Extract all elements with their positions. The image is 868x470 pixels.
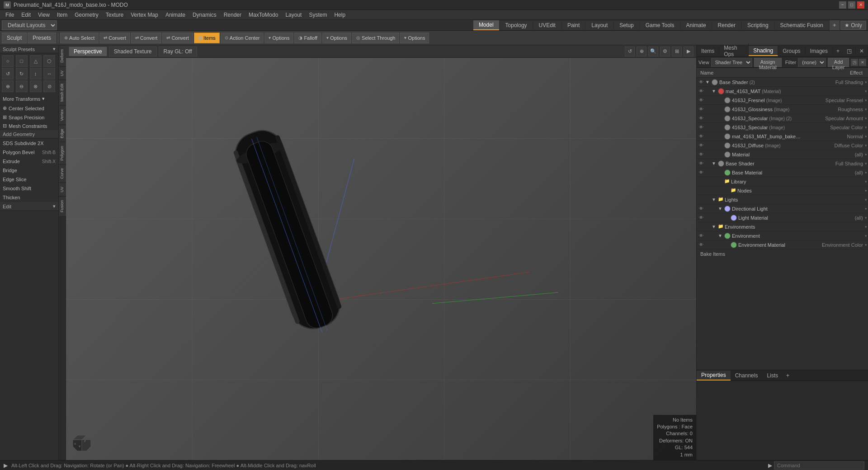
- center-selected-button[interactable]: ⊕Center Selected: [0, 103, 58, 113]
- right-bottom-tab-lists[interactable]: Lists: [762, 371, 783, 380]
- layout-tab-render[interactable]: Render: [712, 21, 741, 30]
- vp-ctrl-0[interactable]: ↺: [625, 47, 635, 56]
- menu-item-dynamics[interactable]: Dynamics: [189, 11, 220, 19]
- menu-item-vertex-map[interactable]: Vertex Map: [127, 11, 162, 19]
- menu-item-edit[interactable]: Edit: [18, 11, 34, 19]
- right-tab-mesh-ops[interactable]: Mesh Ops: [719, 43, 749, 59]
- snaps-precision-button[interactable]: ⊞Snaps Precision: [0, 113, 58, 122]
- right-bottom-tab-properties[interactable]: Properties: [697, 371, 731, 381]
- right-tab-plus[interactable]: +: [833, 47, 843, 56]
- side-tab-uv[interactable]: UV: [59, 66, 66, 80]
- shader-row-3[interactable]: 👁4163J_Glossiness (Image)Roughness▾: [697, 105, 868, 114]
- edit-arrow[interactable]: ▾: [53, 203, 56, 209]
- layout-tab-paint[interactable]: Paint: [562, 21, 585, 30]
- tree-arrow-0[interactable]: ▾: [865, 80, 867, 85]
- menu-item-render[interactable]: Render: [220, 11, 245, 19]
- tree-arrow-2[interactable]: ▾: [865, 98, 867, 103]
- icon-tool-1[interactable]: □: [16, 55, 28, 67]
- shader-row-0[interactable]: 👁▼Base Shader (2)Full Shading▾: [697, 78, 868, 87]
- default-layouts-dropdown[interactable]: Default Layouts: [2, 20, 57, 30]
- visibility-toggle-14[interactable]: 👁: [698, 205, 705, 212]
- right-tab-images[interactable]: Images: [806, 47, 833, 56]
- tool-btn-select-through-9[interactable]: ◎Select Through: [352, 33, 399, 43]
- tree-arrow-10[interactable]: ▾: [865, 170, 867, 175]
- tool-btn-action-center-5[interactable]: ⊙Action Center: [221, 33, 264, 43]
- bake-items[interactable]: Bake Items: [697, 249, 868, 258]
- layout-tab-plus[interactable]: +: [830, 20, 840, 30]
- shader-row-17[interactable]: 👁▼Environment▾: [697, 231, 868, 240]
- layout-tab-scripting[interactable]: Scripting: [742, 21, 774, 30]
- visibility-toggle-15[interactable]: 👁: [698, 214, 705, 221]
- tool-btn-convert-2[interactable]: ⇄Convert: [131, 33, 162, 43]
- add-layer-btn[interactable]: Add Layer: [828, 58, 849, 67]
- shader-row-13[interactable]: ▼📁Lights▾: [697, 195, 868, 204]
- icon-tool-2[interactable]: △: [30, 55, 42, 67]
- visibility-toggle-16[interactable]: [698, 223, 705, 230]
- tree-expand-13[interactable]: ▼: [711, 197, 717, 202]
- shader-row-1[interactable]: 👁▼mat_4163_MAT (Material)▾: [697, 87, 868, 96]
- shader-row-9[interactable]: 👁▼Base ShaderFull Shading▾: [697, 159, 868, 168]
- tree-arrow-18[interactable]: ▾: [865, 243, 867, 247]
- icon-tool-4[interactable]: ↺: [2, 68, 14, 80]
- right-tab-expand[interactable]: ◳: [843, 47, 856, 56]
- visibility-toggle-10[interactable]: 👁: [698, 169, 705, 176]
- icon-tool-5[interactable]: ↻: [16, 68, 28, 80]
- tool-bridge[interactable]: Bridge: [0, 166, 58, 175]
- tree-expand-16[interactable]: ▼: [711, 224, 717, 229]
- layout-tab-layout[interactable]: Layout: [586, 21, 613, 30]
- menu-item-animate[interactable]: Animate: [162, 11, 189, 19]
- tree-arrow-7[interactable]: ▾: [865, 143, 867, 148]
- shader-row-4[interactable]: 👁4163J_Specular (Image) (2)Specular Amou…: [697, 114, 868, 123]
- visibility-toggle-4[interactable]: 👁: [698, 115, 705, 122]
- shader-row-2[interactable]: 👁4163J_Fresnel (Image)Specular Fresnel▾: [697, 96, 868, 105]
- tree-arrow-11[interactable]: ▾: [865, 179, 867, 184]
- tool-sds-subdivide-2x[interactable]: SDS Subdivide 2X: [0, 139, 58, 148]
- panel-close-btn[interactable]: ✕: [859, 59, 866, 66]
- shader-row-12[interactable]: 📁Nodes▾: [697, 186, 868, 195]
- sculpt-button[interactable]: Sculpt: [2, 33, 27, 43]
- layout-tab-uvedit[interactable]: UVEdit: [533, 21, 561, 30]
- layout-only-button[interactable]: ★ Only: [840, 21, 866, 30]
- tool-btn-options-8[interactable]: ▾Options: [322, 33, 351, 43]
- tree-arrow-15[interactable]: ▾: [865, 216, 867, 220]
- visibility-toggle-7[interactable]: 👁: [698, 142, 705, 149]
- tree-arrow-16[interactable]: ▾: [865, 225, 867, 229]
- tool-btn-auto-select-0[interactable]: ⊕Auto Select: [60, 33, 99, 43]
- tree-arrow-12[interactable]: ▾: [865, 188, 867, 193]
- tree-arrow-6[interactable]: ▾: [865, 134, 867, 139]
- tool-btn-options-6[interactable]: ▾Options: [264, 33, 293, 43]
- tree-arrow-14[interactable]: ▾: [865, 207, 867, 211]
- right-tab-shading[interactable]: Shading: [749, 46, 778, 56]
- icon-tool-7[interactable]: ↔: [43, 68, 55, 80]
- right-bottom-tab-channels[interactable]: Channels: [731, 371, 763, 380]
- shader-row-7[interactable]: 👁4163J_Diffuse (Image)Diffuse Color▾: [697, 141, 868, 150]
- side-tab-edge[interactable]: Edge: [59, 125, 66, 142]
- visibility-toggle-0[interactable]: 👁: [698, 79, 705, 86]
- shader-row-8[interactable]: 👁Material(all)▾: [697, 150, 868, 159]
- side-tab-fusion[interactable]: Fusion: [59, 196, 66, 216]
- command-input[interactable]: [774, 461, 864, 470]
- tool-thicken[interactable]: Thicken: [0, 193, 58, 202]
- tree-expand-14[interactable]: ▼: [717, 206, 723, 211]
- vp-ctrl-5[interactable]: ▶: [684, 47, 693, 56]
- tree-expand-9[interactable]: ▼: [711, 161, 717, 166]
- visibility-toggle-3[interactable]: 👁: [698, 106, 705, 113]
- side-tab-uv[interactable]: UV: [59, 183, 66, 196]
- close-button[interactable]: ✕: [857, 1, 864, 9]
- vp-ctrl-2[interactable]: 🔍: [648, 47, 658, 56]
- view-select[interactable]: Shader Tree: [711, 58, 752, 67]
- icon-tool-9[interactable]: ⊖: [16, 80, 28, 92]
- layout-tab-schematic-fusion[interactable]: Schematic Fusion: [775, 21, 829, 30]
- assign-material-btn[interactable]: Assign Material: [754, 58, 782, 67]
- right-tab-groups[interactable]: Groups: [778, 47, 805, 56]
- side-tab-mesh edit[interactable]: Mesh Edit: [59, 80, 66, 105]
- shader-row-10[interactable]: 👁Base Material(all)▾: [697, 168, 868, 177]
- status-arrow-left[interactable]: ▶: [4, 462, 8, 469]
- icon-tool-3[interactable]: ⬡: [43, 55, 55, 67]
- vp-ctrl-3[interactable]: ⚙: [660, 47, 670, 56]
- menu-item-system[interactable]: System: [305, 11, 330, 19]
- visibility-toggle-17[interactable]: 👁: [698, 232, 705, 240]
- visibility-toggle-11[interactable]: [698, 178, 705, 185]
- status-arrow-right[interactable]: ▶: [768, 462, 772, 469]
- tree-arrow-4[interactable]: ▾: [865, 116, 867, 121]
